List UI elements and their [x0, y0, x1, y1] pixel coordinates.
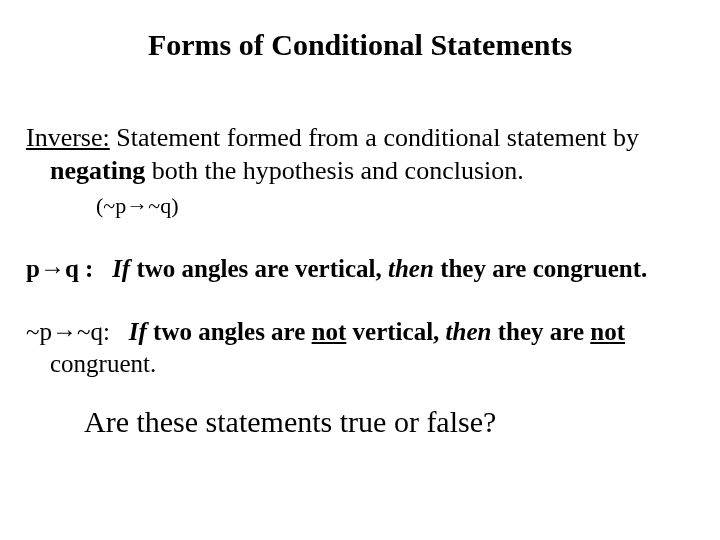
- ex2-then: then: [446, 318, 492, 345]
- ex2-mid1: two angles are: [147, 318, 312, 345]
- def-negating: negating: [50, 156, 145, 185]
- example-conditional: p→q : If two angles are vertical, then t…: [26, 253, 694, 286]
- ex2-if: If: [129, 318, 147, 345]
- definition-paragraph: Inverse: Statement formed from a conditi…: [26, 122, 694, 187]
- ex1-tail: they are congruent.: [434, 255, 647, 282]
- ex1-then: then: [388, 255, 434, 282]
- question-text: Are these statements true or false?: [26, 405, 694, 439]
- ex2-mid3: they are: [491, 318, 590, 345]
- ex2-tail: congruent.: [26, 348, 694, 381]
- def-text-2b: both the hypothesis and conclusion.: [145, 156, 523, 185]
- inverse-notation: (~p→~q): [26, 193, 694, 219]
- ex2-not1: not: [312, 318, 347, 345]
- ex2-not2: not: [590, 318, 625, 345]
- ex1-mid: two angles are vertical,: [130, 255, 388, 282]
- slide: Forms of Conditional Statements Inverse:…: [0, 0, 720, 540]
- example-inverse: ~p→~q: If two angles are not vertical, t…: [26, 316, 694, 381]
- notpq-label: ~p→~q:: [26, 318, 110, 345]
- slide-title: Forms of Conditional Statements: [26, 28, 694, 62]
- ex2-mid2: vertical,: [346, 318, 445, 345]
- term-inverse: Inverse:: [26, 123, 110, 152]
- def-text-1: Statement formed from a conditional stat…: [110, 123, 639, 152]
- pq-label: p→q :: [26, 255, 93, 282]
- ex1-if: If: [112, 255, 130, 282]
